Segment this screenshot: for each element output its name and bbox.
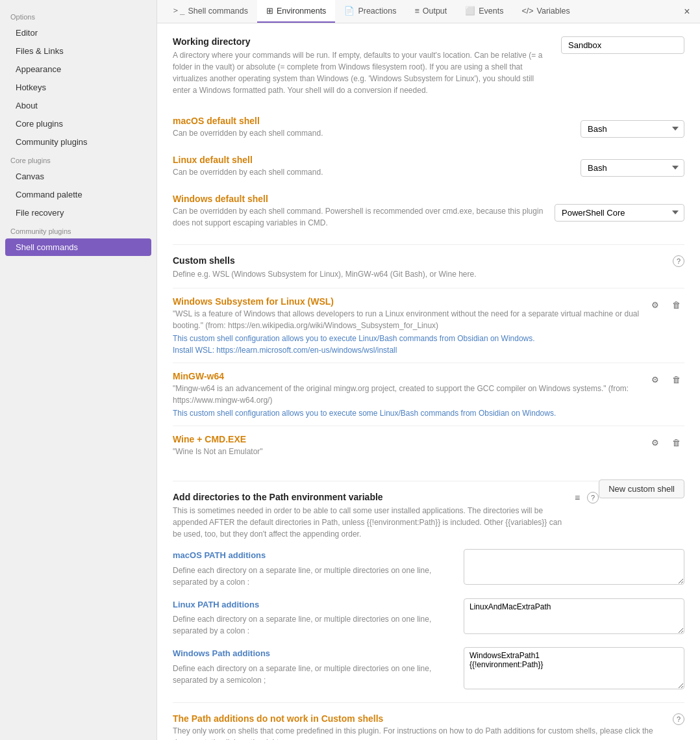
path-note-desc: They only work on shells that come prede… [173, 725, 665, 740]
linux-path-desc: Define each directory on a separate line… [173, 613, 453, 637]
macos-path-input[interactable] [464, 549, 684, 585]
wsl-desc: "WSL is a feature of Windows that allows… [173, 308, 647, 331]
sidebar-item-community-plugins[interactable]: Community plugins [5, 133, 151, 151]
new-custom-shell-button[interactable]: New custom shell [599, 479, 684, 498]
tab-preactions-label: Preactions [358, 6, 396, 16]
sidebar-item-canvas[interactable]: Canvas [5, 168, 151, 185]
tab-output-label: Output [423, 6, 447, 16]
windows-shell-title: Windows default shell [173, 194, 547, 204]
wsl-shell-entry: Windows Subsystem for Linux (WSL) "WSL i… [173, 288, 684, 363]
wsl-title: Windows Subsystem for Linux (WSL) [173, 296, 647, 307]
macos-path-section: macOS PATH additions Define each directo… [173, 549, 684, 588]
mingw-shell-entry: MinGW-w64 "Mingw-w64 is an advancement o… [173, 363, 684, 426]
path-additions-desc: This is sometimes needed in order to be … [173, 505, 571, 540]
windows-path-desc: Define each directory on a separate line… [173, 663, 453, 686]
close-button[interactable]: × [681, 5, 694, 18]
mingw-delete-button[interactable]: 🗑 [668, 371, 684, 388]
linux-shell-section: Linux default shell Can be overridden by… [173, 155, 684, 181]
working-dir-input[interactable] [561, 36, 684, 54]
linux-path-input[interactable]: LinuxAndMacExtraPath [464, 598, 684, 634]
windows-shell-section: Windows default shell Can be overridden … [173, 194, 684, 231]
tabs-bar: ＞_ Shell commands ⊞ Environments 📄 Preac… [157, 0, 700, 23]
path-custom-shells-note: The Path additions do not work in Custom… [173, 713, 684, 740]
events-tab-icon: ⬜ [465, 6, 475, 16]
wine-desc: "Wine Is Not an Emulator" [173, 446, 647, 457]
preactions-tab-icon: 📄 [344, 6, 355, 16]
path-note-title: The Path additions do not work in Custom… [173, 713, 665, 724]
sidebar-item-command-palette[interactable]: Command palette [5, 186, 151, 203]
tab-shell-commands[interactable]: ＞_ Shell commands [162, 0, 257, 23]
windows-shell-select[interactable]: PowerShell Core PowerShell CMD [555, 204, 684, 222]
macos-shell-select[interactable]: Bash Zsh Dash Fish [581, 120, 684, 138]
sidebar: Options Editor Files & Links Appearance … [0, 0, 157, 740]
options-label: Options [0, 8, 156, 23]
macos-path-title: macOS PATH additions [173, 549, 453, 562]
sidebar-item-appearance[interactable]: Appearance [5, 60, 151, 78]
path-list-icon[interactable]: ≡ [571, 492, 583, 503]
sidebar-item-core-plugins[interactable]: Core plugins [5, 115, 151, 133]
macos-path-desc: Define each directory on a separate line… [173, 565, 453, 588]
environments-tab-icon: ⊞ [266, 6, 273, 16]
sidebar-item-hotkeys[interactable]: Hotkeys [5, 79, 151, 96]
divider-2 [173, 481, 599, 481]
tab-preactions[interactable]: 📄 Preactions [335, 0, 405, 23]
tab-events-label: Events [479, 6, 503, 16]
windows-path-input[interactable]: WindowsExtraPath1 {{!environment:Path}} [464, 647, 684, 689]
tab-shell-commands-label: Shell commands [188, 6, 248, 16]
sidebar-item-about[interactable]: About [5, 97, 151, 114]
output-tab-icon: ≡ [414, 6, 419, 16]
custom-shells-help-icon[interactable]: ? [673, 255, 684, 267]
wine-shell-entry: Wine + CMD.EXE "Wine Is Not an Emulator"… [173, 426, 684, 468]
linux-shell-title: Linux default shell [173, 155, 573, 165]
path-additions-section: Add directories to the Path environment … [173, 492, 684, 689]
tab-variables-label: Variables [537, 6, 570, 16]
working-directory-section: Working directory A directory where your… [173, 36, 684, 103]
mingw-settings-button[interactable]: ⚙ [647, 371, 664, 388]
windows-path-section: Windows Path additions Define each direc… [173, 647, 684, 689]
sidebar-item-files-links[interactable]: Files & Links [5, 42, 151, 60]
core-plugins-label: Core plugins [0, 151, 156, 167]
wsl-link[interactable]: Install WSL: https://learn.microsoft.com… [173, 346, 647, 355]
sidebar-item-file-recovery[interactable]: File recovery [5, 204, 151, 222]
working-dir-title: Working directory [173, 36, 553, 47]
divider-1 [173, 244, 684, 245]
macos-shell-title: macOS default shell [173, 116, 573, 126]
wine-settings-button[interactable]: ⚙ [647, 434, 664, 451]
linux-path-section: Linux PATH additions Define each directo… [173, 598, 684, 637]
path-help-icon[interactable]: ? [587, 492, 599, 504]
wsl-settings-button[interactable]: ⚙ [647, 296, 664, 313]
tab-variables[interactable]: </> Variables [512, 0, 579, 23]
tab-environments-label: Environments [277, 6, 326, 16]
path-additions-title: Add directories to the Path environment … [173, 492, 571, 502]
custom-shells-title: Custom shells [173, 255, 476, 266]
wine-title: Wine + CMD.EXE [173, 434, 647, 444]
linux-path-title: Linux PATH additions [173, 598, 453, 611]
macos-shell-section: macOS default shell Can be overridden by… [173, 116, 684, 142]
windows-path-title: Windows Path additions [173, 647, 453, 660]
mingw-title: MinGW-w64 [173, 371, 647, 381]
sidebar-item-shell-commands[interactable]: Shell commands [5, 238, 151, 256]
sidebar-item-editor[interactable]: Editor [5, 24, 151, 42]
divider-3 [173, 702, 684, 703]
working-dir-desc: A directory where your commands will be … [173, 49, 553, 96]
path-note-help-icon[interactable]: ? [673, 713, 684, 725]
tab-output[interactable]: ≡ Output [405, 0, 456, 23]
content-area: Working directory A directory where your… [157, 23, 700, 740]
windows-shell-desc: Can be overridden by each shell command.… [173, 205, 547, 229]
community-plugins-label: Community plugins [0, 222, 156, 238]
shell-commands-tab-icon: ＞_ [171, 5, 185, 16]
linux-shell-select[interactable]: Bash Zsh Dash Fish [581, 159, 684, 177]
tab-events[interactable]: ⬜ Events [456, 0, 512, 23]
tab-environments[interactable]: ⊞ Environments [257, 0, 335, 23]
mingw-desc: "Mingw-w64 is an advancement of the orig… [173, 383, 647, 406]
macos-shell-desc: Can be overridden by each shell command. [173, 127, 573, 139]
mingw-note: This custom shell configuration allows y… [173, 409, 647, 418]
custom-shells-section: Custom shells Define e.g. WSL (Windows S… [173, 255, 684, 468]
wine-delete-button[interactable]: 🗑 [668, 434, 684, 451]
wsl-delete-button[interactable]: 🗑 [668, 296, 684, 313]
linux-shell-desc: Can be overridden by each shell command. [173, 166, 573, 178]
wsl-note: This custom shell configuration allows y… [173, 334, 647, 343]
custom-shells-desc: Define e.g. WSL (Windows Subsystem for L… [173, 268, 476, 280]
variables-tab-icon: </> [521, 6, 533, 16]
main-content: × ＞_ Shell commands ⊞ Environments 📄 Pre… [157, 0, 700, 740]
